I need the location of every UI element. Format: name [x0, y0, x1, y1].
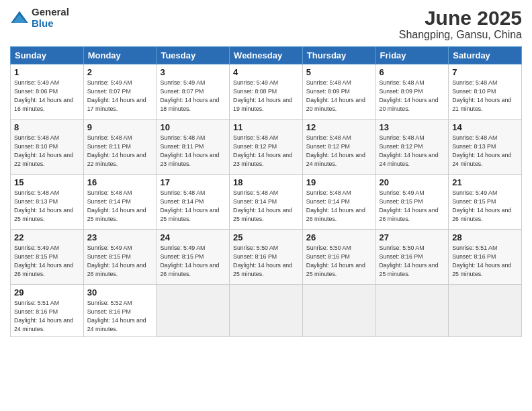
calendar-cell: 22 Sunrise: 5:49 AMSunset: 8:15 PMDaylig… [11, 230, 84, 285]
calendar-week-row: 15 Sunrise: 5:48 AMSunset: 8:13 PMDaylig… [11, 175, 522, 230]
day-info: Sunrise: 5:48 AMSunset: 8:14 PMDaylight:… [160, 189, 219, 222]
day-number: 27 [380, 232, 445, 242]
logo: General Blue [10, 7, 69, 29]
calendar-cell: 27 Sunrise: 5:50 AMSunset: 8:16 PMDaylig… [375, 230, 449, 285]
calendar-cell: 30 Sunrise: 5:52 AMSunset: 8:16 PMDaylig… [83, 285, 157, 337]
calendar-cell: 24 Sunrise: 5:49 AMSunset: 8:15 PMDaylig… [157, 230, 230, 285]
calendar-cell: 11 Sunrise: 5:48 AMSunset: 8:12 PMDaylig… [230, 120, 303, 175]
day-info: Sunrise: 5:48 AMSunset: 8:14 PMDaylight:… [306, 189, 365, 222]
day-number: 22 [14, 232, 80, 242]
day-info: Sunrise: 5:48 AMSunset: 8:09 PMDaylight:… [306, 79, 365, 112]
calendar-cell: 15 Sunrise: 5:48 AMSunset: 8:13 PMDaylig… [11, 175, 84, 230]
calendar-cell: 28 Sunrise: 5:51 AMSunset: 8:16 PMDaylig… [449, 230, 522, 285]
header: General Blue June 2025 Shangping, Gansu,… [10, 7, 522, 41]
calendar-cell: 6 Sunrise: 5:48 AMSunset: 8:09 PMDayligh… [375, 64, 449, 120]
calendar-week-row: 29 Sunrise: 5:51 AMSunset: 8:16 PMDaylig… [11, 285, 522, 337]
day-number: 25 [233, 232, 299, 242]
day-info: Sunrise: 5:49 AMSunset: 8:06 PMDaylight:… [14, 79, 73, 112]
day-info: Sunrise: 5:49 AMSunset: 8:15 PMDaylight:… [87, 244, 146, 277]
calendar-cell: 19 Sunrise: 5:48 AMSunset: 8:14 PMDaylig… [302, 175, 375, 230]
title-block: June 2025 Shangping, Gansu, China [399, 7, 522, 41]
day-number: 23 [87, 232, 153, 242]
day-number: 18 [233, 177, 299, 187]
day-number: 19 [306, 177, 372, 187]
day-number: 10 [160, 122, 226, 132]
calendar-week-row: 8 Sunrise: 5:48 AMSunset: 8:10 PMDayligh… [11, 120, 522, 175]
calendar-cell: 26 Sunrise: 5:50 AMSunset: 8:16 PMDaylig… [302, 230, 375, 285]
calendar-cell [302, 285, 375, 337]
day-info: Sunrise: 5:48 AMSunset: 8:10 PMDaylight:… [14, 134, 73, 167]
day-info: Sunrise: 5:51 AMSunset: 8:16 PMDaylight:… [452, 244, 511, 277]
calendar-cell: 7 Sunrise: 5:48 AMSunset: 8:10 PMDayligh… [449, 64, 522, 120]
day-info: Sunrise: 5:49 AMSunset: 8:15 PMDaylight:… [14, 244, 73, 277]
calendar-cell: 20 Sunrise: 5:49 AMSunset: 8:15 PMDaylig… [375, 175, 449, 230]
col-sunday: Sunday [11, 47, 84, 64]
calendar-cell [230, 285, 303, 337]
day-info: Sunrise: 5:48 AMSunset: 8:09 PMDaylight:… [380, 79, 439, 112]
day-number: 5 [306, 67, 372, 77]
calendar-cell: 12 Sunrise: 5:48 AMSunset: 8:12 PMDaylig… [302, 120, 375, 175]
calendar-cell: 29 Sunrise: 5:51 AMSunset: 8:16 PMDaylig… [11, 285, 84, 337]
day-info: Sunrise: 5:49 AMSunset: 8:07 PMDaylight:… [87, 79, 146, 112]
col-tuesday: Tuesday [157, 47, 230, 64]
day-info: Sunrise: 5:49 AMSunset: 8:15 PMDaylight:… [452, 189, 511, 222]
day-number: 3 [160, 67, 226, 77]
logo-general: General [32, 7, 69, 18]
day-number: 9 [87, 122, 153, 132]
calendar-cell: 16 Sunrise: 5:48 AMSunset: 8:14 PMDaylig… [83, 175, 157, 230]
calendar-table: Sunday Monday Tuesday Wednesday Thursday… [10, 46, 522, 337]
calendar-cell: 21 Sunrise: 5:49 AMSunset: 8:15 PMDaylig… [449, 175, 522, 230]
day-number: 1 [14, 67, 80, 77]
calendar-cell: 3 Sunrise: 5:49 AMSunset: 8:07 PMDayligh… [157, 64, 230, 120]
day-number: 29 [14, 287, 80, 298]
day-number: 6 [380, 67, 445, 77]
day-info: Sunrise: 5:48 AMSunset: 8:11 PMDaylight:… [87, 134, 146, 167]
calendar-cell: 18 Sunrise: 5:48 AMSunset: 8:14 PMDaylig… [230, 175, 303, 230]
calendar-cell: 2 Sunrise: 5:49 AMSunset: 8:07 PMDayligh… [83, 64, 157, 120]
day-info: Sunrise: 5:48 AMSunset: 8:12 PMDaylight:… [306, 134, 365, 167]
day-number: 30 [87, 287, 153, 298]
main-container: General Blue June 2025 Shangping, Gansu,… [0, 0, 532, 344]
day-number: 7 [452, 67, 518, 77]
logo-icon [10, 9, 29, 28]
calendar-cell [375, 285, 449, 337]
calendar-cell: 5 Sunrise: 5:48 AMSunset: 8:09 PMDayligh… [302, 64, 375, 120]
logo-blue: Blue [32, 18, 69, 30]
calendar-week-row: 1 Sunrise: 5:49 AMSunset: 8:06 PMDayligh… [11, 64, 522, 120]
day-info: Sunrise: 5:51 AMSunset: 8:16 PMDaylight:… [14, 300, 73, 332]
day-info: Sunrise: 5:48 AMSunset: 8:14 PMDaylight:… [233, 189, 292, 222]
calendar-header-row: Sunday Monday Tuesday Wednesday Thursday… [11, 47, 522, 64]
day-number: 8 [14, 122, 80, 132]
calendar-cell: 4 Sunrise: 5:49 AMSunset: 8:08 PMDayligh… [230, 64, 303, 120]
day-number: 15 [14, 177, 80, 187]
col-monday: Monday [83, 47, 157, 64]
day-info: Sunrise: 5:48 AMSunset: 8:11 PMDaylight:… [160, 134, 219, 167]
col-wednesday: Wednesday [230, 47, 303, 64]
day-number: 4 [233, 67, 299, 77]
calendar-cell [449, 285, 522, 337]
day-number: 16 [87, 177, 153, 187]
day-info: Sunrise: 5:48 AMSunset: 8:13 PMDaylight:… [14, 189, 73, 222]
day-number: 12 [306, 122, 372, 132]
day-info: Sunrise: 5:49 AMSunset: 8:15 PMDaylight:… [380, 189, 439, 222]
day-number: 20 [380, 177, 445, 187]
month-title: June 2025 [399, 7, 522, 29]
day-info: Sunrise: 5:48 AMSunset: 8:13 PMDaylight:… [452, 134, 511, 167]
logo-text: General Blue [32, 7, 69, 29]
calendar-cell: 23 Sunrise: 5:49 AMSunset: 8:15 PMDaylig… [83, 230, 157, 285]
calendar-cell: 13 Sunrise: 5:48 AMSunset: 8:12 PMDaylig… [375, 120, 449, 175]
calendar-cell: 17 Sunrise: 5:48 AMSunset: 8:14 PMDaylig… [157, 175, 230, 230]
day-number: 28 [452, 232, 518, 242]
col-saturday: Saturday [449, 47, 522, 64]
day-number: 26 [306, 232, 372, 242]
calendar-cell: 25 Sunrise: 5:50 AMSunset: 8:16 PMDaylig… [230, 230, 303, 285]
day-number: 14 [452, 122, 518, 132]
calendar-cell [157, 285, 230, 337]
day-number: 2 [87, 67, 153, 77]
day-info: Sunrise: 5:49 AMSunset: 8:07 PMDaylight:… [160, 79, 219, 112]
day-info: Sunrise: 5:50 AMSunset: 8:16 PMDaylight:… [380, 244, 439, 277]
calendar-cell: 1 Sunrise: 5:49 AMSunset: 8:06 PMDayligh… [11, 64, 84, 120]
day-info: Sunrise: 5:49 AMSunset: 8:15 PMDaylight:… [160, 244, 219, 277]
day-info: Sunrise: 5:52 AMSunset: 8:16 PMDaylight:… [87, 300, 146, 332]
calendar-week-row: 22 Sunrise: 5:49 AMSunset: 8:15 PMDaylig… [11, 230, 522, 285]
